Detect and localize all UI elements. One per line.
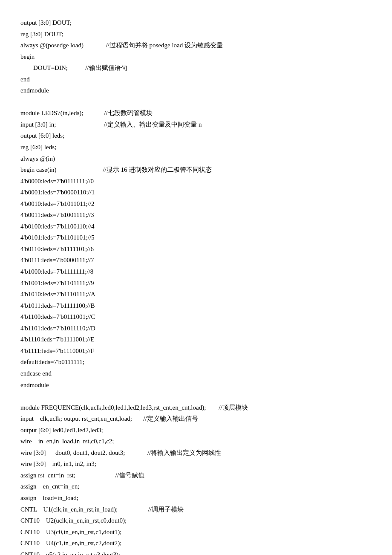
code-line: always @(posedge load) //过程语句并将 posedge … bbox=[20, 40, 375, 51]
code-line: reg [3:0] DOUT; bbox=[20, 29, 375, 40]
code-line: 4'b0110:leds=7'b1111101;//6 bbox=[20, 243, 375, 255]
code-line: 4'b0101:leds=7'b1101101;//5 bbox=[20, 232, 375, 243]
code-line: 4'b1001:leds=7'b1101111;//9 bbox=[20, 278, 375, 289]
code-line: 4'b0000:leds=7'b0111111;//0 bbox=[20, 176, 375, 187]
code-line: reg [6:0] leds; bbox=[20, 142, 375, 153]
code-line: CNTL U1(clk,in_en,in_rst,in_load); //调用子… bbox=[20, 504, 375, 515]
code-line: default:leds=7'b0111111; bbox=[20, 356, 375, 368]
code-line: DOUT=DIN; //输出赋值语句 bbox=[20, 62, 375, 74]
code-line: module LEDS7(in,leds); //七段数码管模块 bbox=[20, 107, 375, 119]
code-line: 4'b0111:leds=7'b0000111;//7 bbox=[20, 254, 375, 266]
code-line: begin bbox=[20, 51, 375, 63]
code-line: endmodule bbox=[20, 85, 375, 96]
code-line: endcase end bbox=[20, 368, 375, 379]
code-line: wire [3:0] in0, in1, in2, in3; bbox=[20, 458, 375, 470]
code-line bbox=[20, 390, 375, 402]
code-line: input clk,uclk; output rst_cnt,en_cnt,lo… bbox=[20, 413, 375, 425]
code-line: input [3:0] in; //定义输入、输出变量及中间变量 n bbox=[20, 119, 375, 130]
code-line: assign en_cnt=in_en; bbox=[20, 481, 375, 492]
code-line: 4'b1110:leds=7'b1111001;//E bbox=[20, 334, 375, 345]
code-line: assign load=in_load; bbox=[20, 492, 375, 504]
code-line: output [6:0] led0,led1,led2,led3; bbox=[20, 425, 375, 436]
code-line: CNT10 U2(uclk,in_en,in_rst,c0,dout0); bbox=[20, 515, 375, 526]
code-line: endmodule bbox=[20, 379, 375, 391]
code-line: wire in_en,in_load,in_rst,c0,c1,c2; bbox=[20, 436, 375, 447]
code-line: 4'b1010:leds=7'b1110111;//A bbox=[20, 289, 375, 300]
code-line: 4'b0001:leds=7'b0000110;//1 bbox=[20, 187, 375, 198]
code-line: output [3:0] DOUT; bbox=[20, 17, 375, 29]
code-line: 4'b1000:leds=7'b1111111;//8 bbox=[20, 266, 375, 278]
code-line: assign rst_cnt=in_rst; //信号赋值 bbox=[20, 470, 375, 481]
code-line: wire [3:0] dout0, dout1, dout2, dout3; /… bbox=[20, 447, 375, 459]
code-line: module FREQUENCE(clk,uclk,led0,led1,led2… bbox=[20, 402, 375, 413]
code-line: CNT10 u5(c2,in_en,in_rst,c3,dout3); bbox=[20, 549, 375, 555]
code-document: output [3:0] DOUT;reg [3:0] DOUT;always … bbox=[20, 17, 375, 555]
code-line: CNT10 U4(c1,in_en,in_rst,c2,dout2); bbox=[20, 538, 375, 549]
code-line: 4'b1101:leds=7'b1011110;//D bbox=[20, 323, 375, 334]
code-line: 4'b1011:leds=7'b1111100;//B bbox=[20, 300, 375, 312]
code-line: output [6:0] leds; bbox=[20, 130, 375, 142]
code-line: 4'b0010:leds=7'b1011011;//2 bbox=[20, 198, 375, 210]
code-line: always @(in) bbox=[20, 153, 375, 165]
code-line: 4'b0011:leds=7'b1001111;//3 bbox=[20, 209, 375, 221]
code-line bbox=[20, 96, 375, 108]
code-line: begin case(in) //显示 16 进制数对应的二极管不同状态 bbox=[20, 164, 375, 176]
code-line: CNT10 U3(c0,in_en,in_rst,c1,dout1); bbox=[20, 526, 375, 538]
code-line: end bbox=[20, 74, 375, 85]
code-line: 4'b1111:leds=7'b1110001;//F bbox=[20, 345, 375, 357]
code-line: 4'b1100:leds=7'b0111001;//C bbox=[20, 311, 375, 323]
code-line: 4'b0100:leds=7'b1100110;//4 bbox=[20, 221, 375, 232]
